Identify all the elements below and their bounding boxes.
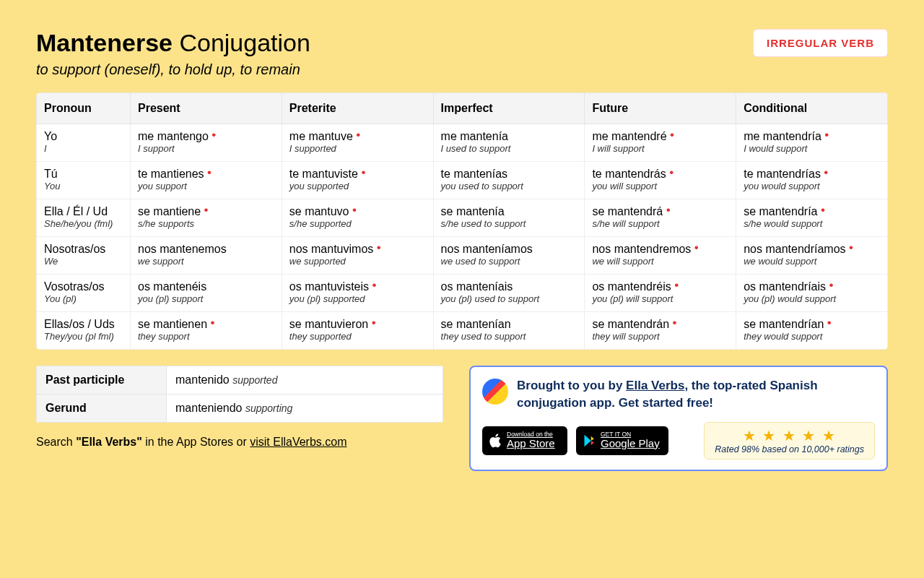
conjugation-cell: me mantengo •I support [131,124,282,162]
pronoun-cell: Vosotras/osYou (pl) [37,275,131,312]
irregular-dot-icon: • [829,278,833,292]
conjugation-cell: te mantendrás •you will support [585,162,736,199]
search-instruction: Search "Ella Verbs" in the App Stores or… [36,436,443,449]
column-header: Present [131,93,282,124]
column-header: Preterite [282,93,433,124]
table-row: Nosotras/osWenos mantenemoswe supportnos… [37,237,888,275]
conjugation-cell: os manteníaisyou (pl) used to support [433,275,585,312]
irregular-dot-icon: • [372,316,376,329]
irregular-dot-icon: • [352,203,357,217]
conjugation-cell: te mantienes •you support [131,162,282,199]
conjugation-cell: os mantuvisteis •you (pl) supported [282,275,433,312]
conjugation-cell: os mantendríais •you (pl) would support [736,275,888,312]
ella-verbs-link[interactable]: Ella Verbs [626,379,684,392]
conjugation-cell: me mantuve •I supported [282,124,433,162]
conjugation-cell: os mantenéisyou (pl) support [131,275,282,312]
app-store-button[interactable]: Download on the App Store [482,426,567,455]
star-rating: ★ ★ ★ ★ ★ [715,427,864,444]
participle-value: mantenido supported [167,366,443,394]
participle-row: Past participlemantenido supported [37,366,443,394]
conjugation-cell: nos mantendríamos •we would support [736,237,888,275]
participles-table: Past participlemantenido supportedGerund… [36,366,443,423]
pronoun-cell: Nosotras/osWe [37,237,131,275]
pronoun-cell: YoI [37,124,131,162]
column-header: Future [585,93,736,124]
conjugation-cell: me mantendría •I would support [736,124,888,162]
app-icon [482,379,508,405]
participle-label: Gerund [37,394,167,423]
conjugation-cell: os mantendréis •you (pl) will support [585,275,736,312]
conjugation-cell: se mantuvieron •they supported [282,312,433,350]
table-row: YoIme mantengo •I supportme mantuve •I s… [37,124,888,162]
table-row: Vosotras/osYou (pl)os mantenéisyou (pl) … [37,275,888,312]
conjugation-cell: se mantendrían •they would support [736,312,888,350]
column-header: Imperfect [433,93,585,124]
conjugation-cell: se mantenías/he used to support [433,199,585,237]
conjugation-cell: se mantendría •s/he would support [736,199,888,237]
promo-text: Brought to you by Ella Verbs, the top-ra… [517,377,875,412]
participle-label: Past participle [37,366,167,394]
irregular-dot-icon: • [356,128,360,142]
table-row: Ella / Él / UdShe/he/you (fml)se mantien… [37,199,888,237]
participle-value: manteniendo supporting [167,394,443,423]
conjugation-cell: nos mantuvimos •we supported [282,237,433,275]
verb-name: Mantenerse [36,29,173,56]
page-title: Mantenerse Conjugation [36,29,310,57]
conjugation-cell: se manteníanthey used to support [433,312,585,350]
irregular-dot-icon: • [694,241,699,254]
conjugation-cell: me manteníaI used to support [433,124,585,162]
irregular-dot-icon: • [361,165,365,179]
conjugation-cell: se mantendrán •they will support [585,312,736,350]
apple-icon [489,433,503,449]
irregular-dot-icon: • [212,128,216,142]
verb-definition: to support (oneself), to hold up, to rem… [36,61,310,78]
conjugation-cell: nos manteníamoswe used to support [433,237,585,275]
irregular-dot-icon: • [821,203,825,217]
conjugation-cell: te manteníasyou used to support [433,162,585,199]
irregular-dot-icon: • [204,203,209,217]
conjugation-cell: nos mantendremos •we will support [585,237,736,275]
irregular-dot-icon: • [377,241,381,254]
rating-box: ★ ★ ★ ★ ★ Rated 98% based on 10,000+ rat… [704,422,875,460]
conjugation-cell: se mantienen •they support [131,312,282,350]
column-header: Conditional [736,93,888,124]
pronoun-cell: TúYou [37,162,131,199]
irregular-dot-icon: • [666,203,671,217]
irregular-dot-icon: • [849,241,853,254]
conjugation-cell: se mantuvo •s/he supported [282,199,433,237]
conjugation-cell: me mantendré •I will support [585,124,736,162]
visit-link[interactable]: visit EllaVerbs.com [250,436,346,448]
rating-text: Rated 98% based on 10,000+ ratings [715,444,864,454]
irregular-dot-icon: • [669,165,674,179]
column-header: Pronoun [37,93,131,124]
participle-row: Gerundmanteniendo supporting [37,394,443,423]
table-row: Ellas/os / UdsThey/you (pl fml)se mantie… [37,312,888,350]
irregular-dot-icon: • [824,165,828,179]
irregular-dot-icon: • [670,128,674,142]
pronoun-cell: Ella / Él / UdShe/he/you (fml) [37,199,131,237]
irregular-dot-icon: • [674,278,679,292]
title-suffix: Conjugation [173,29,310,56]
irregular-badge: IRREGULAR VERB [753,29,888,57]
table-row: TúYoute mantienes •you supportte mantuvi… [37,162,888,199]
promo-box: Brought to you by Ella Verbs, the top-ra… [469,366,888,471]
irregular-dot-icon: • [207,165,212,179]
irregular-dot-icon: • [824,128,829,142]
conjugation-table: PronounPresentPreteriteImperfectFutureCo… [36,92,888,350]
irregular-dot-icon: • [673,316,677,329]
irregular-dot-icon: • [827,316,832,329]
conjugation-cell: nos mantenemoswe support [131,237,282,275]
conjugation-cell: te mantuviste •you supported [282,162,433,199]
irregular-dot-icon: • [372,278,377,292]
conjugation-cell: se mantendrá •s/he will support [585,199,736,237]
conjugation-cell: te mantendrías •you would support [736,162,888,199]
google-play-icon [583,433,597,449]
irregular-dot-icon: • [211,316,215,329]
conjugation-cell: se mantiene •s/he supports [131,199,282,237]
pronoun-cell: Ellas/os / UdsThey/you (pl fml) [37,312,131,350]
google-play-button[interactable]: GET IT ON Google Play [576,426,668,455]
